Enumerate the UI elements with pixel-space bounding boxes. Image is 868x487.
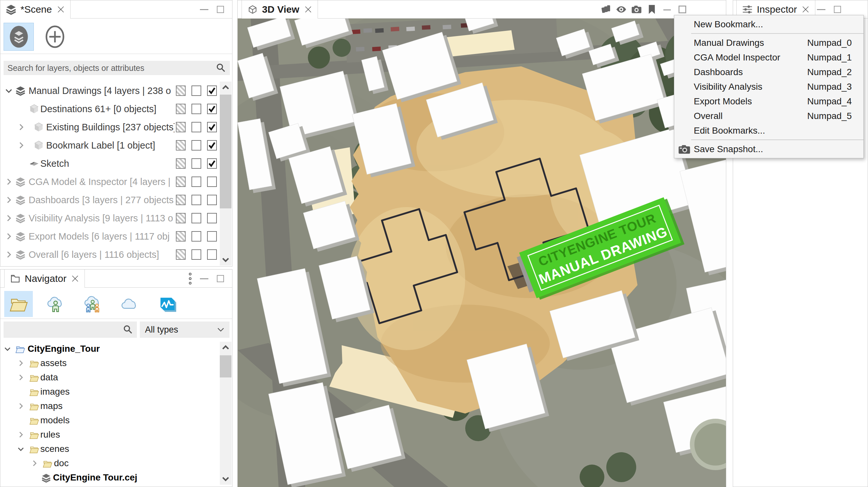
tab-scene[interactable]: *Scene	[0, 0, 70, 19]
file-tree-row[interactable]: CityEngine Tour.cej	[0, 470, 219, 485]
layer-select-box[interactable]	[176, 177, 186, 187]
layer-row[interactable]: Existing Buildings [237 objects]	[0, 118, 219, 136]
layer-visible-checkbox[interactable]	[207, 122, 217, 132]
add-layer-button[interactable]	[40, 23, 70, 51]
menu-item[interactable]: Edit Bookmarks...	[674, 123, 863, 138]
chevron-right-icon[interactable]	[17, 402, 24, 409]
menu-item[interactable]: Manual DrawingsNumpad_0	[674, 35, 863, 50]
chevron-right-icon[interactable]	[17, 431, 24, 438]
chevron-down-icon[interactable]	[5, 87, 13, 95]
layer-visible-checkbox[interactable]	[207, 213, 217, 223]
tab-navigator[interactable]: Navigator	[4, 270, 85, 288]
layer-row[interactable]: Overall [6 layers | 1116 objects]	[0, 245, 219, 264]
layer-row[interactable]: Export Models [6 layers | 1117 obj	[0, 227, 219, 245]
layer-checkbox[interactable]	[191, 158, 201, 169]
layer-visible-checkbox[interactable]	[207, 249, 217, 260]
maximize-icon[interactable]	[217, 6, 224, 13]
chevron-right-icon[interactable]	[17, 142, 25, 149]
layer-checkbox[interactable]	[191, 140, 201, 151]
scroll-down-icon[interactable]	[220, 254, 231, 266]
layer-checkbox[interactable]	[191, 231, 201, 242]
chevron-right-icon[interactable]	[5, 251, 13, 258]
maximize-icon[interactable]	[677, 4, 688, 14]
layer-row[interactable]: Destinations 61+ [0 objects]	[0, 100, 219, 118]
cloud-button[interactable]	[116, 291, 144, 317]
file-tree-row[interactable]: assets	[0, 356, 219, 370]
arcgis-online-logo-button[interactable]	[152, 291, 181, 317]
layer-visible-checkbox[interactable]	[207, 195, 217, 205]
layer-visible-checkbox[interactable]	[207, 231, 217, 242]
menu-item[interactable]: New Bookmark...	[674, 17, 863, 32]
layer-visible-checkbox[interactable]	[207, 158, 217, 169]
file-tree-row[interactable]: models	[0, 413, 219, 427]
layer-row[interactable]: Manual Drawings [4 layers | 238 o	[0, 82, 219, 100]
layer-checkbox[interactable]	[191, 104, 201, 114]
chevron-right-icon[interactable]	[5, 196, 13, 204]
minimize-icon[interactable]	[817, 9, 826, 10]
scroll-down-icon[interactable]	[220, 473, 231, 485]
maximize-icon[interactable]	[834, 6, 841, 13]
menu-item[interactable]: OverallNumpad_5	[674, 109, 863, 123]
scene-search-input[interactable]	[4, 63, 216, 73]
scrollbar-thumb[interactable]	[220, 355, 231, 377]
layer-checkbox[interactable]	[191, 195, 201, 205]
file-tree-row[interactable]: maps	[0, 399, 219, 413]
layer-visible-checkbox[interactable]	[207, 104, 217, 114]
scene-scrollbar[interactable]	[220, 82, 231, 266]
layer-select-box[interactable]	[176, 122, 186, 132]
layer-select-box[interactable]	[176, 249, 186, 260]
chevron-right-icon[interactable]	[17, 123, 25, 131]
layer-select-box[interactable]	[176, 213, 186, 223]
close-icon[interactable]	[304, 5, 312, 14]
chevron-right-icon[interactable]	[5, 214, 13, 222]
chevron-right-icon[interactable]	[17, 374, 24, 381]
layer-select-box[interactable]	[176, 104, 186, 114]
scroll-up-icon[interactable]	[220, 82, 231, 93]
layer-row[interactable]: Bookmark Label [1 object]	[0, 136, 219, 154]
viewport-3d[interactable]: CITYENGINE TOUR MANUAL DRAWING	[238, 19, 726, 487]
type-filter-select[interactable]: All types	[140, 322, 229, 338]
layer-select-box[interactable]	[176, 86, 186, 96]
layer-select-box[interactable]	[176, 140, 186, 151]
bookmark-icon[interactable]	[647, 4, 657, 14]
layer-checkbox[interactable]	[191, 213, 201, 223]
search-icon[interactable]	[123, 324, 134, 335]
eye-icon[interactable]	[616, 4, 626, 14]
file-tree-row[interactable]: CityEngine_Tour	[0, 342, 219, 356]
scroll-up-icon[interactable]	[220, 342, 231, 354]
layer-row[interactable]: Visibility Analysis [9 layers | 1113 o	[0, 209, 219, 227]
layer-select-box[interactable]	[176, 231, 186, 242]
menu-item[interactable]: Export ModelsNumpad_4	[674, 94, 863, 109]
view-menu-icon[interactable]	[189, 273, 191, 284]
minimize-icon[interactable]	[200, 9, 208, 10]
close-icon[interactable]	[801, 5, 810, 14]
chevron-right-icon[interactable]	[5, 178, 13, 186]
layer-visible-checkbox[interactable]	[207, 140, 217, 151]
minimize-icon[interactable]	[200, 278, 208, 279]
menu-item[interactable]: Visibility AnalysisNumpad_3	[674, 79, 863, 94]
chevron-right-icon[interactable]	[31, 460, 38, 467]
menu-item[interactable]: CGA Model InspectorNumpad_1	[674, 50, 863, 65]
layer-checkbox[interactable]	[191, 86, 201, 96]
file-tree-row[interactable]: images	[0, 385, 219, 399]
camera-icon[interactable]	[631, 4, 642, 14]
layer-row[interactable]: Sketch	[0, 154, 219, 173]
layer-visibility-button[interactable]	[4, 23, 34, 51]
layer-checkbox[interactable]	[191, 249, 201, 260]
chevron-right-icon[interactable]	[5, 233, 13, 240]
layer-select-box[interactable]	[176, 195, 186, 205]
scrollbar-thumb[interactable]	[220, 95, 231, 208]
navigator-search-input[interactable]	[4, 325, 123, 335]
portal-user-cloud-button[interactable]	[41, 291, 70, 317]
layer-visible-checkbox[interactable]	[207, 177, 217, 187]
chevron-down-icon[interactable]	[17, 446, 24, 453]
close-icon[interactable]	[57, 5, 65, 14]
layer-checkbox[interactable]	[191, 177, 201, 187]
portal-groups-cloud-button[interactable]	[79, 291, 107, 317]
layer-row[interactable]: Dashboards [3 layers | 277 objects	[0, 191, 219, 209]
search-icon[interactable]	[216, 62, 226, 73]
menu-item[interactable]: DashboardsNumpad_2	[674, 65, 863, 79]
compare-views-icon[interactable]	[601, 4, 611, 14]
close-icon[interactable]	[71, 274, 79, 283]
file-tree-row[interactable]: scenes	[0, 442, 219, 456]
